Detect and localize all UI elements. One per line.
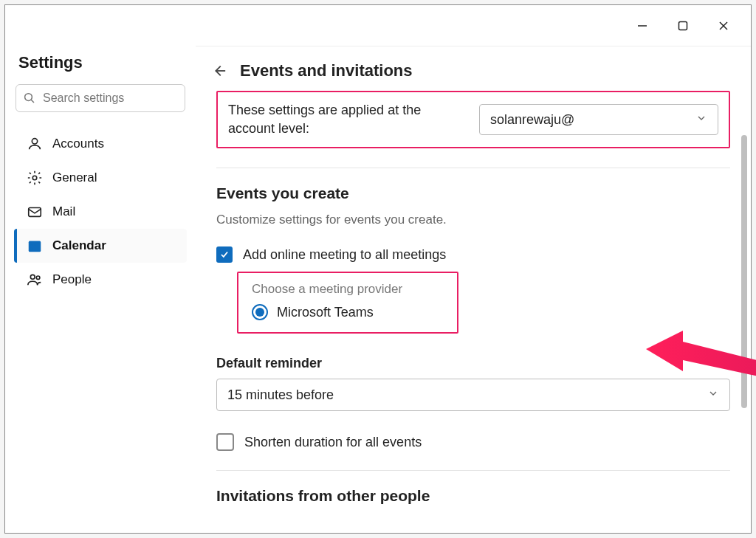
divider [216,470,730,471]
events-section-subtitle: Customize settings for events you create… [216,213,730,227]
default-reminder-title: Default reminder [216,356,730,371]
svg-rect-9 [29,241,41,252]
gear-icon [24,170,45,186]
minimize-button[interactable] [622,11,662,41]
back-arrow-icon[interactable] [210,63,227,79]
sidebar-item-people[interactable]: People [14,263,187,297]
meeting-provider-label: Choose a meeting provider [252,282,444,297]
default-reminder-select[interactable]: 15 minutes before [216,379,730,411]
sidebar-item-accounts[interactable]: Accounts [14,127,187,161]
search-icon [23,92,36,108]
sidebar-title: Settings [14,46,187,84]
svg-point-14 [36,276,40,280]
checkbox-checked-icon [216,246,233,263]
svg-point-7 [32,176,37,180]
svg-rect-10 [31,244,33,246]
chevron-down-icon [707,387,719,403]
sidebar-item-general[interactable]: General [14,161,187,195]
svg-rect-8 [29,208,41,217]
search-wrap [16,84,185,112]
account-select-value: solanrewaju@ [490,112,574,128]
scrollbar-thumb[interactable] [741,135,747,408]
sidebar-item-mail[interactable]: Mail [14,195,187,229]
divider [216,168,730,168]
radio-selected-icon [252,304,268,320]
account-level-label: These settings are applied at the accoun… [228,101,450,138]
scrollbar[interactable] [741,135,747,415]
close-button[interactable] [703,11,743,41]
maximize-button[interactable] [662,11,703,41]
svg-rect-11 [34,244,36,246]
svg-point-6 [32,139,37,144]
svg-rect-1 [678,21,687,30]
provider-radio-label: Microsoft Teams [277,305,374,320]
add-online-meeting-checkbox-row[interactable]: Add online meeting to all meetings [216,246,730,263]
svg-point-4 [25,94,32,101]
people-icon [24,272,45,288]
sidebar-item-calendar[interactable]: Calendar [14,229,187,263]
page-title: Events and invitations [240,61,413,80]
sidebar-nav: Accounts General Mail [14,127,187,297]
scroll-area: These settings are applied at the accoun… [196,91,751,533]
svg-line-5 [31,100,34,103]
shorten-duration-label: Shorten duration for all events [244,435,422,450]
default-reminder-value: 15 minutes before [227,387,334,403]
sidebar-item-label: Calendar [52,238,106,253]
account-level-highlight: These settings are applied at the accoun… [216,91,730,148]
content-header: Events and invitations [196,46,751,94]
person-icon [24,136,45,152]
sidebar-item-label: Mail [52,204,75,219]
checkbox-empty-icon [216,433,234,451]
events-section-title: Events you create [216,184,730,202]
sidebar: Settings Accounts Genera [5,46,196,533]
sidebar-item-label: Accounts [52,137,104,151]
mail-icon [24,204,45,220]
titlebar [5,5,751,46]
meeting-provider-highlight: Choose a meeting provider Microsoft Team… [237,272,458,334]
sidebar-item-label: General [52,170,97,185]
app-window: Settings Accounts Genera [4,4,752,534]
chevron-down-icon [695,112,707,128]
invitations-section-title: Invitations from other people [216,487,730,505]
content-pane: Events and invitations These settings ar… [196,46,751,533]
sidebar-item-label: People [52,272,92,287]
account-select[interactable]: solanrewaju@ [479,104,718,135]
calendar-icon [24,238,45,254]
search-input[interactable] [16,84,185,112]
svg-rect-12 [31,248,33,250]
svg-point-13 [30,275,35,279]
shorten-duration-checkbox-row[interactable]: Shorten duration for all events [216,433,730,451]
provider-radio-teams[interactable]: Microsoft Teams [252,304,444,320]
add-online-meeting-label: Add online meeting to all meetings [243,247,446,263]
